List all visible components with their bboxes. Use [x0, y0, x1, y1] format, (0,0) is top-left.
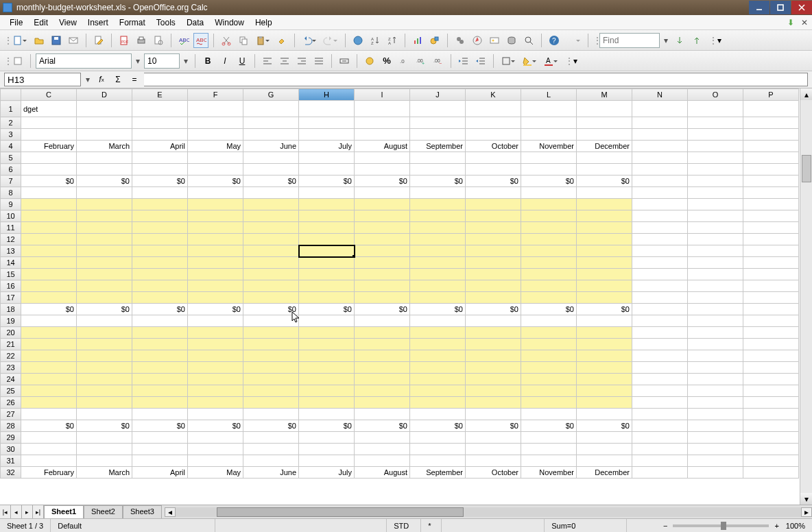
cell-D9[interactable] — [77, 199, 132, 210]
cell-N17[interactable] — [632, 292, 688, 304]
merge-cells-button[interactable] — [337, 53, 352, 69]
cell-L27[interactable] — [521, 409, 577, 420]
find-prev-button[interactable] — [689, 33, 704, 48]
cell-C16[interactable] — [21, 280, 77, 292]
cell-K1[interactable] — [466, 101, 521, 117]
cell-N9[interactable] — [632, 199, 688, 210]
font-size-select[interactable] — [144, 53, 180, 69]
cell-J16[interactable] — [410, 280, 466, 292]
sum-button[interactable]: Σ — [111, 73, 125, 86]
cell-E10[interactable] — [132, 210, 188, 222]
cell-F29[interactable] — [188, 432, 243, 444]
cell-G10[interactable] — [243, 210, 299, 222]
cell-O18[interactable] — [688, 304, 743, 315]
cell-O9[interactable] — [688, 199, 743, 210]
namebox-dropdown-icon[interactable]: ▾ — [84, 75, 92, 84]
cell-P4[interactable] — [743, 141, 799, 152]
cell-G25[interactable] — [243, 385, 299, 397]
toolbar-overflow[interactable]: ▾ — [709, 33, 713, 48]
row-header-24[interactable]: 24 — [1, 374, 21, 385]
zoom-slider[interactable] — [673, 524, 769, 527]
formula-input[interactable] — [144, 73, 808, 86]
cell-H25[interactable] — [299, 385, 355, 397]
cell-C29[interactable] — [21, 432, 77, 444]
cell-N25[interactable] — [632, 385, 688, 397]
cell-E16[interactable] — [132, 280, 188, 292]
cell-N32[interactable] — [632, 467, 688, 479]
cell-D27[interactable] — [77, 409, 132, 420]
cell-G15[interactable] — [243, 269, 299, 280]
cell-E24[interactable] — [132, 374, 188, 385]
cell-H27[interactable] — [299, 409, 355, 420]
menu-help[interactable]: Help — [250, 16, 278, 29]
cell-C31[interactable] — [21, 455, 77, 467]
cell-P5[interactable] — [743, 152, 799, 164]
cell-P31[interactable] — [743, 455, 799, 467]
cell-F4[interactable]: May — [188, 141, 243, 152]
align-right-button[interactable] — [294, 53, 309, 69]
cell-J7[interactable]: $0 — [410, 176, 466, 187]
cell-H11[interactable] — [299, 222, 355, 234]
menu-view[interactable]: View — [53, 16, 82, 29]
cell-H5[interactable] — [299, 152, 355, 164]
cell-F7[interactable]: $0 — [188, 176, 243, 187]
cell-I14[interactable] — [355, 257, 410, 269]
cell-P3[interactable] — [743, 129, 799, 141]
cell-M20[interactable] — [577, 327, 632, 339]
cell-C13[interactable] — [21, 245, 77, 257]
italic-button[interactable]: I — [217, 53, 232, 69]
cell-C27[interactable] — [21, 409, 77, 420]
cell-L25[interactable] — [521, 385, 577, 397]
cell-K13[interactable] — [466, 245, 521, 257]
update-icon[interactable]: ⬇ — [787, 18, 794, 27]
cell-L32[interactable]: November — [521, 467, 577, 479]
cell-J20[interactable] — [410, 327, 466, 339]
cell-O19[interactable] — [688, 315, 743, 327]
cell-E29[interactable] — [132, 432, 188, 444]
cell-M15[interactable] — [577, 269, 632, 280]
cell-C7[interactable]: $0 — [21, 176, 77, 187]
cell-C15[interactable] — [21, 269, 77, 280]
find-input[interactable] — [599, 33, 660, 48]
cell-I21[interactable] — [355, 339, 410, 350]
cell-K26[interactable] — [466, 397, 521, 409]
cell-I20[interactable] — [355, 327, 410, 339]
cell-I16[interactable] — [355, 280, 410, 292]
cell-F19[interactable] — [188, 315, 243, 327]
whats-this-button[interactable] — [564, 33, 579, 48]
cell-F23[interactable] — [188, 362, 243, 374]
col-header-P[interactable]: P — [743, 89, 799, 101]
row-header-17[interactable]: 17 — [1, 292, 21, 304]
cell-H3[interactable] — [299, 129, 355, 141]
cell-K22[interactable] — [466, 350, 521, 362]
cell-O17[interactable] — [688, 292, 743, 304]
cell-F30[interactable] — [188, 444, 243, 455]
cell-H24[interactable] — [299, 374, 355, 385]
cell-D26[interactable] — [77, 397, 132, 409]
row-header-29[interactable]: 29 — [1, 432, 21, 444]
row-header-32[interactable]: 32 — [1, 467, 21, 479]
cell-K8[interactable] — [466, 187, 521, 199]
increase-indent-button[interactable] — [473, 53, 488, 69]
spellcheck-button[interactable]: ABC — [176, 33, 191, 48]
cell-N10[interactable] — [632, 210, 688, 222]
bgcolor-button[interactable] — [520, 53, 535, 69]
col-header-I[interactable]: I — [355, 89, 410, 101]
cell-P24[interactable] — [743, 374, 799, 385]
cell-L15[interactable] — [521, 269, 577, 280]
cell-G2[interactable] — [243, 117, 299, 129]
cell-L12[interactable] — [521, 234, 577, 245]
find-dropdown-icon[interactable]: ▾ — [662, 36, 670, 45]
cell-O1[interactable] — [688, 101, 743, 117]
cell-F18[interactable]: $0 — [188, 304, 243, 315]
cell-K16[interactable] — [466, 280, 521, 292]
cell-M14[interactable] — [577, 257, 632, 269]
styles-button[interactable] — [10, 53, 25, 69]
format-paintbrush-button[interactable] — [274, 33, 289, 48]
cell-N20[interactable] — [632, 327, 688, 339]
cell-G3[interactable] — [243, 129, 299, 141]
cell-E32[interactable]: April — [132, 467, 188, 479]
cell-M26[interactable] — [577, 397, 632, 409]
menu-file[interactable]: File — [4, 16, 28, 29]
cell-I9[interactable] — [355, 199, 410, 210]
